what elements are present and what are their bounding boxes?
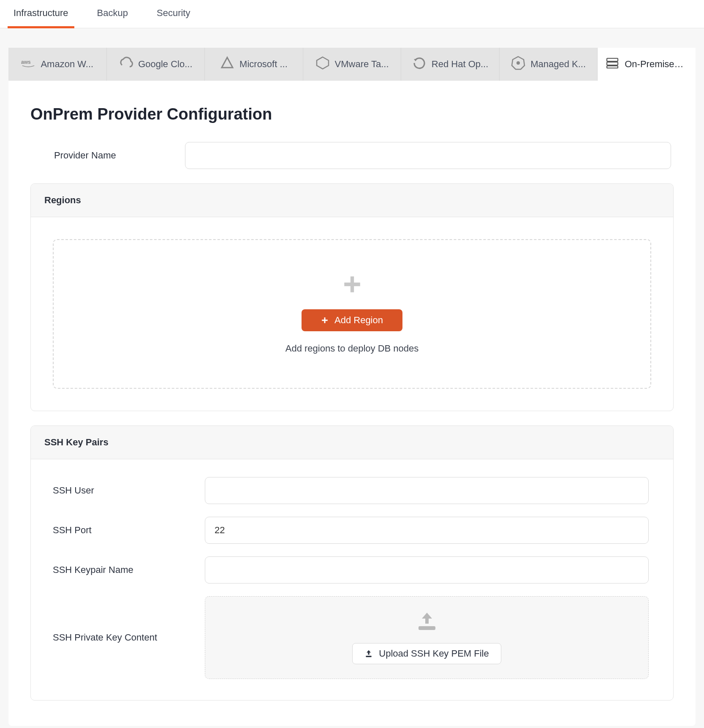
config-panel: OnPrem Provider Configuration Provider N… [8,81,696,726]
tab-infrastructure[interactable]: Infrastructure [8,0,74,28]
upload-pem-button[interactable]: Upload SSH Key PEM File [352,643,501,664]
upload-pem-label: Upload SSH Key PEM File [379,648,489,659]
stage: aws Amazon W... Google Clo... Microsoft … [0,28,704,728]
tab-backup[interactable]: Backup [91,0,134,28]
add-region-button[interactable]: Add Region [302,309,402,331]
svg-rect-8 [366,656,372,657]
regions-header: Regions [31,184,673,217]
provider-tabs: aws Amazon W... Google Clo... Microsoft … [8,48,696,81]
upload-icon [416,612,438,634]
provider-tab-aws[interactable]: aws Amazon W... [8,48,107,81]
gcp-icon [119,56,133,73]
plus-icon [321,316,329,324]
svg-text:aws: aws [21,59,31,65]
provider-name-row: Provider Name [30,142,674,169]
provider-tab-vmware[interactable]: VMware Ta... [303,48,402,81]
ssh-port-row: SSH Port [53,517,651,544]
provider-tab-label: VMware Ta... [335,59,389,70]
tab-security[interactable]: Security [151,0,196,28]
svg-rect-7 [419,626,435,630]
regions-dropzone: Add Region Add regions to deploy DB node… [53,239,651,389]
ssh-private-key-row: SSH Private Key Content Upload SSH Key P… [53,596,651,679]
provider-tab-gcp[interactable]: Google Clo... [107,48,205,81]
ssh-keypair-label: SSH Keypair Name [53,564,192,575]
ssh-port-input[interactable] [205,517,649,544]
upload-small-icon [364,649,373,658]
svg-marker-1 [317,57,329,69]
ssh-keypair-input[interactable] [205,556,649,583]
regions-hint: Add regions to deploy DB nodes [285,343,419,354]
ssh-header: SSH Key Pairs [31,426,673,459]
provider-tab-azure[interactable]: Microsoft ... [205,48,303,81]
ssh-card: SSH Key Pairs SSH User SSH Port SSH Keyp… [30,425,674,701]
ssh-port-label: SSH Port [53,525,192,536]
top-tabs: Infrastructure Backup Security [0,0,704,28]
provider-name-input[interactable] [185,142,671,169]
svg-rect-5 [607,62,618,65]
kubernetes-icon [511,56,525,73]
provider-name-label: Provider Name [33,150,172,161]
provider-tab-label: Amazon W... [41,59,93,70]
ssh-user-row: SSH User [53,477,651,504]
azure-icon [220,56,234,73]
page-title: OnPrem Provider Configuration [30,105,674,123]
provider-tab-label: Google Clo... [138,59,192,70]
svg-rect-6 [607,66,618,68]
add-region-label: Add Region [334,315,383,326]
provider-tab-redhat[interactable]: Red Hat Op... [401,48,500,81]
svg-point-3 [516,61,520,65]
provider-tab-k8s[interactable]: Managed K... [500,48,598,81]
provider-tab-label: On-Premises ... [625,59,688,70]
plus-large-icon [342,274,363,297]
provider-tab-label: Microsoft ... [239,59,288,70]
regions-card: Regions Add Region Add regions to deploy… [30,183,674,411]
provider-tab-label: Red Hat Op... [432,59,489,70]
provider-tab-label: Managed K... [530,59,586,70]
ssh-user-label: SSH User [53,485,192,496]
ssh-private-key-label: SSH Private Key Content [53,632,192,643]
server-icon [605,56,620,73]
svg-rect-4 [607,58,618,61]
aws-icon: aws [21,56,35,73]
vmware-icon [315,56,330,73]
ssh-keypair-row: SSH Keypair Name [53,556,651,583]
redhat-icon [412,56,427,73]
ssh-user-input[interactable] [205,477,649,504]
ssh-upload-dropzone[interactable]: Upload SSH Key PEM File [205,596,649,679]
provider-tab-onprem[interactable]: On-Premises ... [598,48,696,81]
